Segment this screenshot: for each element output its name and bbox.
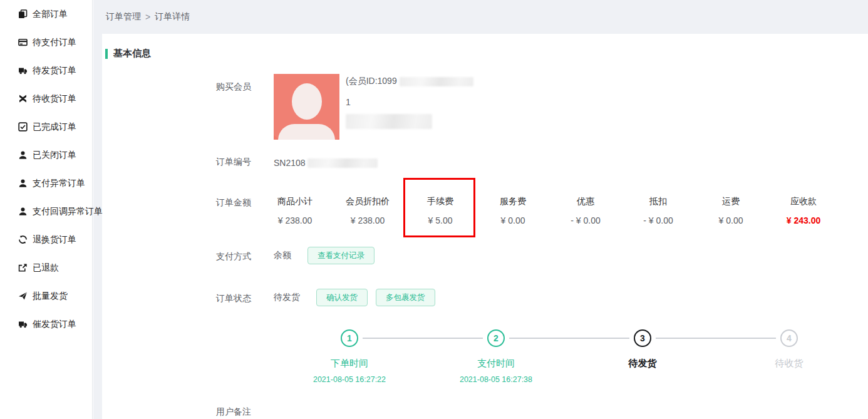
amount-column-value: ¥ 243.00 (775, 215, 832, 225)
card-icon (18, 38, 28, 47)
order-detail-card: 基本信息 购买会员 (会员ID:1099 1 订单编号 SN2108 订单金额 … (102, 34, 868, 419)
step-label: 支付时间 (477, 358, 515, 370)
sidebar-item-2[interactable]: 待支付订单 (0, 28, 92, 56)
check-square-icon (18, 122, 28, 132)
person-icon (18, 178, 28, 188)
step-timestamp: 2021-08-05 16:27:38 (460, 375, 532, 384)
sidebar-item-4[interactable]: 待收货订单 (0, 85, 92, 113)
sidebar-menu: 全部订单待支付订单待发货订单待收货订单已完成订单已关闭订单支付异常订单支付回调异… (0, 0, 92, 338)
sidebar-item-11[interactable]: 批量发货 (0, 282, 92, 310)
step-number-circle: 2 (487, 329, 505, 347)
amount-column: 商品小计¥ 238.00 (266, 196, 324, 225)
sidebar-item-7[interactable]: 支付异常订单 (0, 169, 92, 197)
payment-label: 支付方式 (216, 251, 251, 262)
export-icon (18, 263, 28, 272)
member-info: (会员ID:1099 1 (346, 75, 473, 129)
sidebar-item-1[interactable]: 全部订单 (0, 0, 92, 28)
step-number-circle: 1 (341, 329, 358, 347)
member-name-redacted (346, 114, 432, 129)
amount-column: 优惠- ¥ 0.00 (557, 196, 614, 225)
amount-column: 抵扣- ¥ 0.00 (629, 196, 687, 225)
amount-column: 运费¥ 0.00 (702, 196, 760, 225)
payment-method-value: 余额 (274, 250, 291, 261)
member-level: 1 (346, 96, 473, 108)
avatar-body-shape (278, 124, 335, 140)
order-no-value-row: SN2108 (274, 157, 378, 169)
order-status-value: 待发货 (274, 292, 300, 303)
truck-icon (18, 66, 28, 75)
sidebar-item-label: 已退款 (33, 262, 59, 274)
amounts-label: 订单金额 (216, 197, 251, 209)
amount-column-header: 优惠 (557, 196, 614, 207)
sidebar-item-label: 退换货订单 (33, 234, 76, 246)
section-title-text: 基本信息 (113, 48, 151, 59)
status-row: 待发货 确认发货 多包裹发货 (274, 289, 435, 306)
amount-column-header: 应收款 (775, 196, 832, 207)
sidebar-item-8[interactable]: 支付回调异常订单 (0, 197, 92, 225)
amount-column-header: 商品小计 (266, 196, 324, 207)
sidebar-item-12[interactable]: 催发货订单 (0, 310, 92, 338)
amount-column: 应收款¥ 243.00 (775, 196, 832, 225)
amount-columns: 商品小计¥ 238.00会员折扣价¥ 238.00手续费¥ 5.00服务费¥ 0… (266, 196, 847, 225)
sidebar-item-label: 批量发货 (33, 291, 68, 302)
step-label: 待发货 (629, 358, 657, 370)
avatar-head-shape (292, 83, 322, 120)
truck-icon (18, 319, 28, 329)
copy-orders-icon (18, 9, 28, 19)
sidebar-item-label: 待发货订单 (33, 65, 76, 76)
status-label: 订单状态 (216, 293, 251, 304)
amount-column-value: - ¥ 0.00 (629, 215, 687, 225)
member-label: 购买会员 (216, 81, 251, 93)
view-payment-records-button[interactable]: 查看支付记录 (307, 247, 375, 264)
sidebar-item-label: 已完成订单 (33, 122, 76, 133)
payment-row: 余额 查看支付记录 (274, 247, 375, 264)
sidebar-item-3[interactable]: 待发货订单 (0, 56, 92, 85)
step-number-circle: 4 (780, 329, 798, 347)
amount-column-value: ¥ 0.00 (702, 215, 760, 225)
step-number-circle: 3 (634, 329, 651, 347)
sidebar-item-label: 支付异常订单 (33, 178, 85, 189)
order-no-redacted (307, 158, 378, 168)
sidebar-item-label: 待支付订单 (33, 37, 76, 48)
highlight-annotation-rect (403, 178, 475, 237)
breadcrumb-page: 订单详情 (155, 11, 190, 23)
sidebar-item-9[interactable]: 退换货订单 (0, 225, 92, 254)
amount-column-value: - ¥ 0.00 (557, 215, 614, 225)
send-icon (18, 291, 28, 301)
sidebar-item-label: 支付回调异常订单 (33, 206, 103, 217)
amount-column-header: 手续费 (411, 196, 469, 207)
sidebar-item-5[interactable]: 已完成订单 (0, 113, 92, 141)
progress-step-4: 4待收货 (716, 329, 862, 384)
sidebar-item-label: 已关闭订单 (33, 150, 76, 161)
receive-icon (18, 94, 28, 103)
step-timestamp: 2021-08-05 16:27:22 (313, 375, 386, 384)
breadcrumb-bar: 订单管理 > 订单详情 (93, 0, 868, 34)
order-progress-stepper: 1下单时间2021-08-05 16:27:222支付时间2021-08-05 … (276, 329, 862, 384)
confirm-shipment-button[interactable]: 确认发货 (316, 289, 368, 306)
amount-column-value: ¥ 238.00 (339, 215, 396, 225)
amount-column: 手续费¥ 5.00 (411, 196, 469, 225)
amount-column: 会员折扣价¥ 238.00 (339, 196, 396, 225)
breadcrumb-section[interactable]: 订单管理 (106, 11, 141, 23)
sidebar-item-10[interactable]: 已退款 (0, 254, 92, 282)
order-no-value: SN2108 (274, 158, 306, 168)
amount-column-header: 会员折扣价 (339, 196, 396, 207)
multi-package-shipment-button[interactable]: 多包裹发货 (376, 289, 435, 306)
order-sidebar: 全部订单待支付订单待发货订单待收货订单已完成订单已关闭订单支付异常订单支付回调异… (0, 0, 93, 419)
amount-column-header: 抵扣 (629, 196, 687, 207)
section-title-accent-bar (105, 49, 108, 59)
amount-column-header: 运费 (702, 196, 760, 207)
order-no-label: 订单编号 (216, 157, 251, 168)
sidebar-item-6[interactable]: 已关闭订单 (0, 141, 92, 169)
section-title: 基本信息 (105, 48, 151, 59)
step-label: 下单时间 (331, 358, 368, 370)
person-icon (18, 150, 28, 160)
member-id-text: (会员ID:1099 (346, 76, 397, 87)
sidebar-item-label: 待收货订单 (33, 93, 76, 105)
sidebar-item-label: 全部订单 (33, 9, 68, 20)
user-remark-label: 用户备注 (216, 406, 251, 418)
person-icon (18, 207, 28, 216)
amount-column: 服务费¥ 0.00 (484, 196, 542, 225)
member-avatar[interactable] (274, 74, 339, 140)
sidebar-item-label: 催发货订单 (33, 319, 76, 330)
